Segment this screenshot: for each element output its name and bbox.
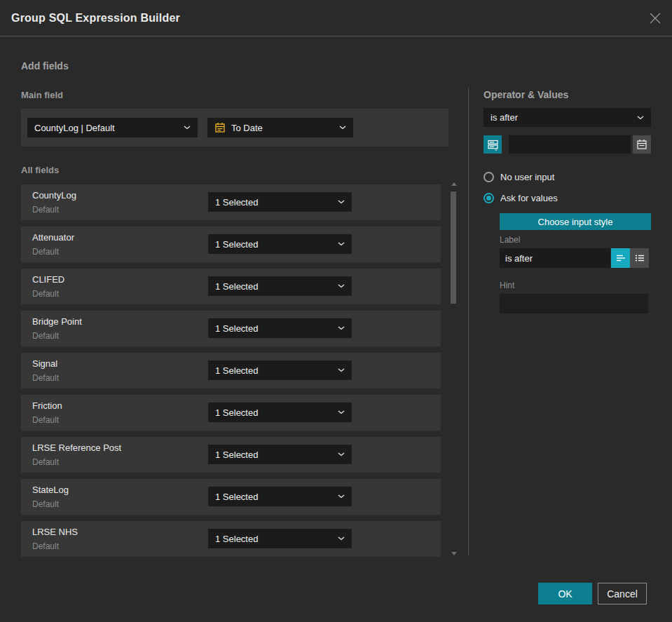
cancel-button[interactable]: Cancel [598, 583, 647, 604]
date-field-dropdown[interactable]: To Date [207, 118, 353, 137]
single-input-style-button[interactable] [611, 248, 630, 268]
field-selected-dropdown[interactable]: 1 Selected [208, 192, 352, 212]
chevron-down-icon [338, 536, 345, 541]
main-field-dropdown[interactable]: CountyLog | Default [27, 118, 198, 137]
list-input-icon [634, 252, 645, 264]
chevron-down-icon [338, 284, 345, 288]
chevron-down-icon [338, 368, 345, 372]
field-type: Default [32, 457, 59, 467]
field-selected-value: 1 Selected [215, 534, 334, 544]
list-input-style-button[interactable] [630, 248, 649, 268]
label-input[interactable] [500, 248, 610, 268]
add-fields-heading: Add fields [21, 60, 69, 72]
chevron-down-icon [338, 452, 345, 457]
field-row: CountyLog Default 1 Selected [21, 184, 441, 220]
hint-input[interactable] [500, 294, 648, 313]
group-sql-expression-builder-dialog: Group SQL Expression Builder Add fields … [0, 0, 672, 622]
field-selected-value: 1 Selected [215, 323, 334, 334]
field-type: Default [32, 205, 59, 215]
field-selected-dropdown[interactable]: 1 Selected [208, 360, 352, 380]
ok-button[interactable]: OK [538, 583, 592, 604]
field-name: CLIFED [32, 274, 64, 285]
field-name: StateLog [32, 485, 69, 495]
field-type: Default [32, 373, 59, 383]
scrollbar-thumb[interactable] [451, 191, 456, 304]
field-type: Default [32, 415, 59, 425]
field-type: Default [32, 331, 59, 341]
field-selected-value: 1 Selected [215, 239, 334, 250]
date-field-dropdown-value: To Date [231, 123, 335, 133]
value-list-button[interactable] [484, 135, 502, 154]
field-name: Friction [32, 400, 62, 411]
field-name: CountyLog [32, 190, 76, 201]
chevron-down-icon [338, 326, 345, 330]
field-selected-value: 1 Selected [215, 492, 334, 502]
operator-dropdown[interactable]: is after [484, 108, 651, 127]
field-selected-dropdown[interactable]: 1 Selected [208, 529, 352, 548]
field-type: Default [32, 289, 59, 299]
field-name: Bridge Point [32, 316, 82, 327]
field-selected-dropdown[interactable]: 1 Selected [208, 234, 352, 254]
all-fields-heading: All fields [21, 165, 59, 175]
field-selected-value: 1 Selected [215, 197, 334, 208]
operator-values-heading: Operator & Values [484, 89, 568, 100]
field-selected-value: 1 Selected [215, 281, 334, 292]
no-user-input-label: No user input [500, 172, 554, 182]
main-field-panel: CountyLog | Default To Date [21, 109, 448, 147]
list-scrollbar[interactable] [449, 180, 458, 558]
radio-ask-for-values[interactable]: Ask for values [484, 193, 558, 203]
main-field-heading: Main field [21, 90, 63, 100]
field-row: LRSE Reference Post Default 1 Selected [21, 437, 441, 473]
value-input[interactable] [509, 135, 631, 154]
panel-divider [468, 88, 469, 555]
close-button[interactable] [647, 10, 664, 27]
field-row: Attenuator Default 1 Selected [21, 227, 441, 262]
chevron-down-icon [338, 242, 345, 246]
chevron-down-icon [338, 494, 345, 499]
operator-dropdown-value: is after [491, 112, 633, 123]
all-fields-list: CountyLog Default 1 Selected Attenuator … [21, 184, 441, 557]
field-row: Bridge Point Default 1 Selected [21, 311, 441, 346]
chevron-down-icon [339, 126, 346, 130]
ask-for-values-label: Ask for values [500, 193, 558, 203]
single-input-icon [615, 252, 626, 264]
title-bar: Group SQL Expression Builder [0, 0, 672, 36]
field-row: CLIFED Default 1 Selected [21, 269, 441, 304]
field-selected-dropdown[interactable]: 1 Selected [208, 318, 352, 338]
date-picker-button[interactable] [633, 135, 651, 154]
main-field-dropdown-value: CountyLog | Default [34, 123, 179, 133]
scroll-down-arrow-icon[interactable] [451, 552, 457, 555]
scroll-up-arrow-icon[interactable] [451, 182, 457, 186]
calendar-icon [636, 139, 647, 150]
close-icon [649, 12, 661, 25]
field-name: Signal [32, 358, 57, 369]
calendar-icon [214, 122, 226, 133]
field-row: StateLog Default 1 Selected [21, 479, 441, 515]
chevron-down-icon [338, 410, 345, 414]
dialog-title: Group SQL Expression Builder [11, 0, 180, 36]
chevron-down-icon [338, 200, 345, 204]
value-entry-row [484, 135, 651, 154]
field-selected-value: 1 Selected [215, 407, 334, 418]
field-selected-dropdown[interactable]: 1 Selected [208, 403, 352, 422]
field-type: Default [32, 499, 59, 509]
radio-no-user-input[interactable]: No user input [484, 172, 554, 182]
values-stack-icon [487, 139, 499, 151]
choose-input-style-button[interactable]: Choose input style [500, 213, 651, 230]
field-selected-dropdown[interactable]: 1 Selected [208, 276, 352, 296]
label-heading: Label [500, 235, 520, 245]
field-name: LRSE NHS [32, 527, 78, 537]
chevron-down-icon [637, 116, 644, 120]
field-name: Attenuator [32, 232, 74, 243]
field-selected-value: 1 Selected [215, 365, 334, 376]
field-selected-value: 1 Selected [215, 449, 334, 460]
field-name: LRSE Reference Post [32, 442, 121, 453]
field-selected-dropdown[interactable]: 1 Selected [208, 487, 352, 506]
field-type: Default [32, 541, 59, 551]
field-row: LRSE NHS Default 1 Selected [21, 521, 441, 557]
field-row: Signal Default 1 Selected [21, 353, 441, 388]
field-selected-dropdown[interactable]: 1 Selected [208, 445, 352, 464]
field-row: Friction Default 1 Selected [21, 395, 441, 431]
radio-selected-icon[interactable] [484, 193, 494, 203]
radio-unselected-icon[interactable] [484, 172, 494, 182]
